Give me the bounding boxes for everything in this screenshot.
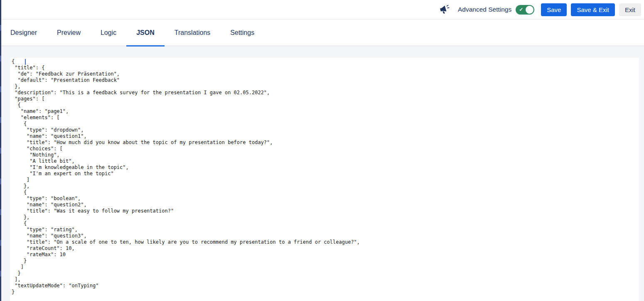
advanced-settings-toggle[interactable]: ✓ xyxy=(516,5,534,15)
creator-tab-bar: Designer Preview Logic JSON Translations… xyxy=(0,20,644,46)
top-toolbar: Advanced Settings ✓ Save Save & Exit Exi… xyxy=(0,0,644,20)
window-left-edge-strip xyxy=(0,0,1,301)
text-cursor xyxy=(25,59,26,65)
tab-preview[interactable]: Preview xyxy=(47,20,91,46)
megaphone-icon[interactable] xyxy=(438,3,450,16)
advanced-settings-label: Advanced Settings xyxy=(458,6,511,13)
exit-button[interactable]: Exit xyxy=(619,3,641,16)
save-and-exit-button[interactable]: Save & Exit xyxy=(571,3,615,16)
save-button[interactable]: Save xyxy=(541,3,567,16)
tab-json[interactable]: JSON xyxy=(126,20,165,46)
tab-content-area: { "title": { "de": "Feedback zur Präsent… xyxy=(0,46,644,301)
tab-translations[interactable]: Translations xyxy=(165,20,221,46)
toggle-check-icon: ✓ xyxy=(519,7,523,12)
json-editor-panel[interactable]: { "title": { "de": "Feedback zur Präsent… xyxy=(10,58,639,301)
tab-designer[interactable]: Designer xyxy=(0,20,47,46)
toggle-knob xyxy=(526,6,533,14)
tab-settings[interactable]: Settings xyxy=(220,20,264,46)
tab-logic[interactable]: Logic xyxy=(91,20,126,46)
json-code[interactable]: { "title": { "de": "Feedback zur Präsent… xyxy=(12,59,636,295)
